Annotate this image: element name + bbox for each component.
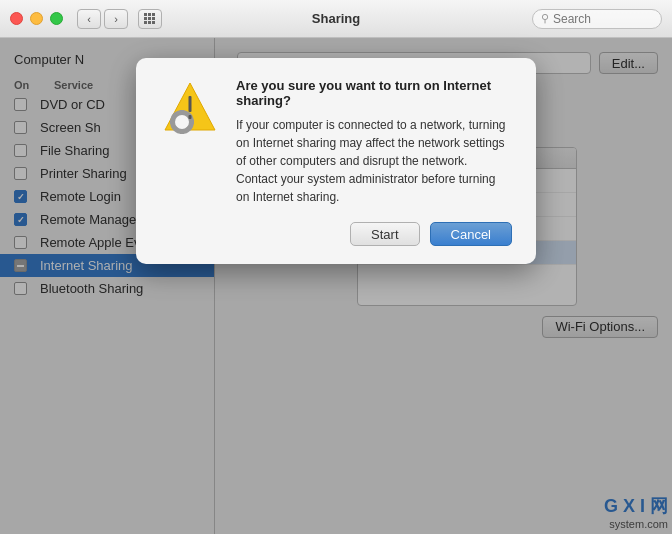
close-button[interactable] — [10, 12, 23, 25]
dialog-top: Are you sure you want to turn on Interne… — [160, 78, 512, 206]
dialog-overlay: Are you sure you want to turn on Interne… — [0, 38, 672, 534]
traffic-lights — [10, 12, 63, 25]
cancel-button[interactable]: Cancel — [430, 222, 512, 246]
svg-point-11 — [175, 115, 189, 129]
minimize-button[interactable] — [30, 12, 43, 25]
maximize-button[interactable] — [50, 12, 63, 25]
search-box[interactable]: ⚲ — [532, 9, 662, 29]
svg-rect-3 — [144, 17, 147, 20]
svg-rect-4 — [148, 17, 151, 20]
svg-rect-21 — [189, 115, 192, 119]
window-title: Sharing — [312, 11, 360, 26]
svg-rect-8 — [152, 21, 155, 24]
grid-button[interactable] — [138, 9, 162, 29]
svg-rect-12 — [180, 110, 184, 115]
warning-icon — [160, 78, 220, 138]
svg-rect-13 — [180, 129, 184, 134]
dialog-body: If your computer is connected to a netwo… — [236, 116, 512, 206]
search-icon: ⚲ — [541, 12, 549, 25]
search-input[interactable] — [553, 12, 643, 26]
dialog-title: Are you sure you want to turn on Interne… — [236, 78, 512, 108]
alert-dialog: Are you sure you want to turn on Interne… — [136, 58, 536, 264]
nav-buttons: ‹ › — [77, 9, 128, 29]
forward-button[interactable]: › — [104, 9, 128, 29]
title-bar: ‹ › Sharing ⚲ — [0, 0, 672, 38]
dialog-buttons: Start Cancel — [160, 222, 512, 246]
svg-rect-6 — [144, 21, 147, 24]
svg-rect-5 — [152, 17, 155, 20]
svg-rect-15 — [189, 120, 194, 124]
svg-rect-0 — [144, 13, 147, 16]
svg-rect-7 — [148, 21, 151, 24]
back-button[interactable]: ‹ — [77, 9, 101, 29]
start-button[interactable]: Start — [350, 222, 419, 246]
svg-rect-2 — [152, 13, 155, 16]
svg-rect-1 — [148, 13, 151, 16]
svg-rect-20 — [189, 96, 192, 112]
svg-rect-14 — [170, 120, 175, 124]
dialog-text-area: Are you sure you want to turn on Interne… — [236, 78, 512, 206]
